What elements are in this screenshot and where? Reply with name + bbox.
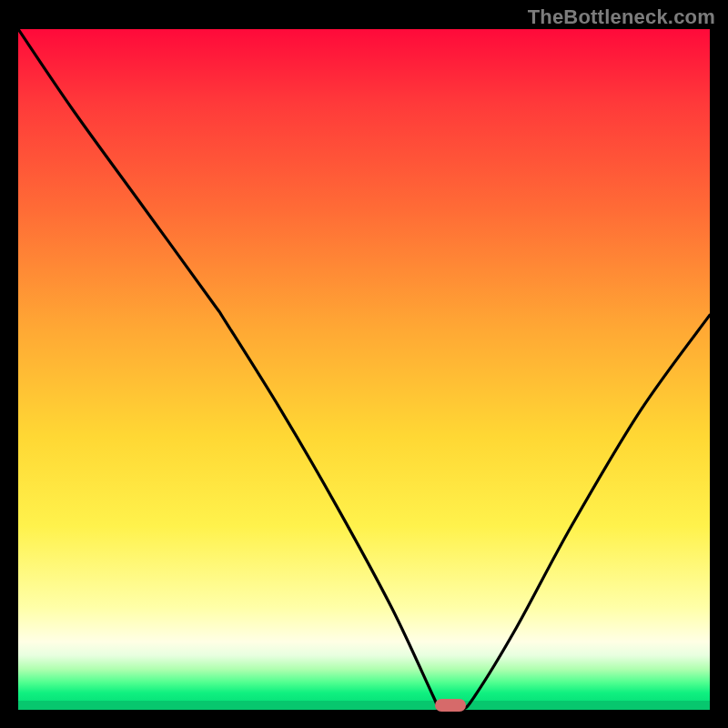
- attribution-text: TheBottleneck.com: [528, 5, 715, 29]
- chart-frame: [9, 29, 719, 719]
- optimal-point-marker: [435, 699, 466, 712]
- bottleneck-curve: [18, 29, 710, 710]
- plot-area: [18, 29, 710, 710]
